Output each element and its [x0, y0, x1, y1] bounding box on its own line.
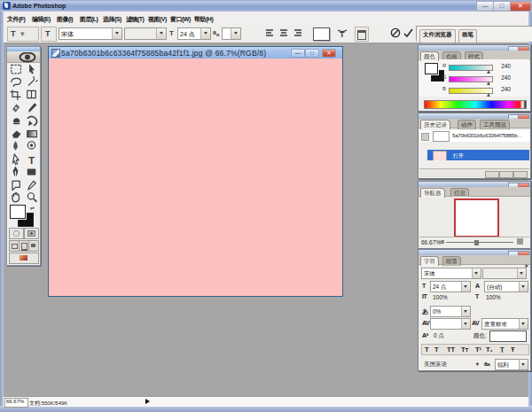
svg-text:T: T: [340, 30, 345, 39]
svg-text:T: T: [28, 153, 35, 164]
